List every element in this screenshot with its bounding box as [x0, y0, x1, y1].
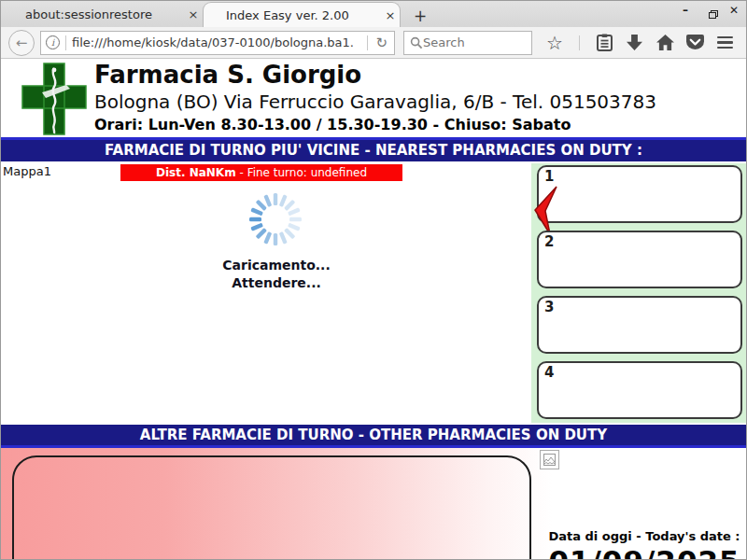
tab-title: Index Easy ver. 2.00: [226, 8, 381, 22]
shift-end-text: - Fine turno: undefined: [236, 166, 367, 179]
pharmacy-cross-logo: [21, 63, 87, 135]
distance-status-bar: Dist. NaNKm - Fine turno: undefined: [120, 164, 402, 181]
pocket-button[interactable]: [684, 32, 707, 54]
reload-icon[interactable]: ↻: [374, 35, 389, 51]
today-date-value: 01/09/2025: [545, 544, 743, 560]
browser-window: about:sessionrestore × Index Easy ver. 2…: [0, 0, 747, 560]
navigation-toolbar: ← i ↻ ☆: [1, 27, 746, 59]
duty-slot-4[interactable]: 4: [537, 361, 742, 419]
today-date-label: Data di oggi - Today's date :: [545, 529, 743, 543]
bookmark-star-button[interactable]: ☆: [543, 32, 566, 54]
tab-bar: about:sessionrestore × Index Easy ver. 2…: [1, 1, 746, 27]
slot-number: 2: [544, 233, 554, 250]
close-button[interactable]: ✕: [729, 3, 739, 18]
download-arrow-icon: [627, 35, 642, 51]
pharmacy-name: Farmacia S. Giorgio: [94, 61, 656, 90]
address-bar[interactable]: i ↻: [40, 31, 395, 55]
slot-number: 1: [544, 168, 554, 185]
tab-title: about:sessionrestore: [25, 7, 184, 21]
footer-section: Data di oggi - Today's date : 01/09/2025: [1, 448, 746, 560]
window-controls: – ✕: [683, 3, 739, 18]
search-box[interactable]: [403, 31, 532, 55]
pharmacy-hours: Orari: Lun-Ven 8.30-13.00 / 15.30-19.30 …: [94, 115, 656, 135]
loading-line-1: Caricamento...: [188, 257, 365, 274]
loading-line-2: Attendere...: [188, 274, 365, 292]
tab-index-easy[interactable]: Index Easy ver. 2.00 ×: [203, 2, 401, 27]
bookmarks-library-button[interactable]: [594, 32, 616, 54]
clipboard-icon: [597, 34, 613, 51]
search-input[interactable]: [423, 35, 526, 49]
duty-pharmacies-panel: 1 2 3 4: [531, 163, 747, 423]
new-tab-button[interactable]: +: [401, 7, 432, 27]
slot-number: 3: [544, 299, 554, 315]
loading-spinner: [246, 189, 305, 249]
pharmacy-header: Farmacia S. Giorgio Bologna (BO) Via Fer…: [1, 59, 746, 137]
pharmacy-info: Farmacia S. Giorgio Bologna (BO) Via Fer…: [94, 61, 656, 135]
divider: [65, 35, 66, 50]
star-icon: ☆: [546, 34, 563, 52]
home-icon: [656, 35, 674, 50]
map-placeholder-label: Mappa1: [3, 164, 51, 178]
tab-close-icon[interactable]: ×: [381, 8, 400, 22]
back-arrow-icon: ←: [16, 35, 28, 51]
duty-slot-2[interactable]: 2: [537, 231, 742, 288]
home-button[interactable]: [654, 32, 676, 54]
info-icon[interactable]: i: [46, 35, 60, 49]
other-pharmacies-box: [12, 455, 531, 560]
loading-message: Caricamento... Attendere...: [188, 257, 365, 292]
map-arrow-icon: [534, 186, 558, 236]
map-section: Mappa1 Dist. NaNKm - Fine turno: undefin…: [1, 161, 746, 425]
url-input[interactable]: [72, 35, 361, 49]
other-pharmacies-banner: ALTRE FARMACIE DI TURNO - OTHER PHARMACI…: [1, 425, 746, 448]
tab-close-icon[interactable]: ×: [184, 7, 203, 21]
nearest-pharmacies-banner: FARMACIE DI TURNO PIU' VICINE - NEAREST …: [1, 137, 746, 161]
duty-slot-3[interactable]: 3: [537, 296, 742, 354]
minimize-button[interactable]: –: [683, 3, 688, 18]
divider: [367, 35, 368, 50]
pharmacy-address: Bologna (BO) Via Ferruccio Garavaglia, 6…: [94, 90, 656, 115]
divider: [579, 35, 580, 50]
broken-image-icon: [540, 450, 559, 469]
menu-button[interactable]: [714, 32, 737, 54]
distance-value: Dist. NaNKm: [156, 166, 236, 179]
downloads-button[interactable]: [624, 32, 646, 54]
toolbar-icons: ☆: [543, 32, 739, 54]
magnifier-icon: [410, 36, 423, 49]
back-button[interactable]: ←: [8, 30, 35, 56]
pocket-icon: [686, 35, 704, 51]
tab-sessionrestore[interactable]: about:sessionrestore ×: [1, 2, 203, 27]
duty-slot-1[interactable]: 1: [537, 165, 742, 223]
slot-number: 4: [544, 364, 554, 381]
